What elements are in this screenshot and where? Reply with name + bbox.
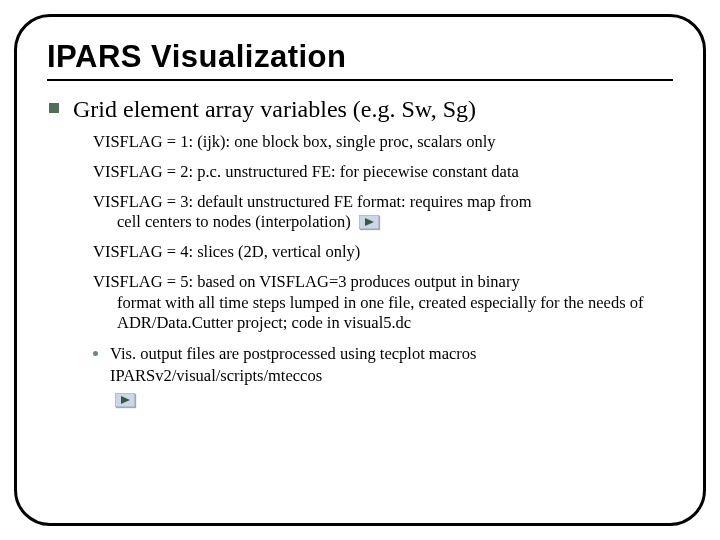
sub-bullet-text: Vis. output files are postprocessed usin…	[110, 343, 477, 388]
item-continuation: cell centers to nodes (interpolation)	[93, 212, 663, 232]
main-bullet-text: Grid element array variables (e.g. Sw, S…	[73, 95, 476, 124]
sub-bullet-row: Vis. output files are postprocessed usin…	[47, 343, 673, 388]
slide-frame: IPARS Visualization Grid element array v…	[14, 14, 706, 526]
item-text: VISFLAG = 3: default unstructured FE for…	[93, 192, 532, 211]
list-item: VISFLAG = 3: default unstructured FE for…	[93, 192, 663, 232]
main-bullet-row: Grid element array variables (e.g. Sw, S…	[47, 95, 673, 124]
slide-title: IPARS Visualization	[47, 39, 673, 75]
play-arrow-icon[interactable]	[115, 393, 135, 407]
square-bullet-icon	[49, 103, 59, 113]
list-item: VISFLAG = 2: p.c. unstructured FE: for p…	[93, 162, 663, 182]
item-text: VISFLAG = 1: (ijk): one block box, singl…	[93, 132, 496, 151]
title-underline	[47, 79, 673, 81]
item-text: VISFLAG = 4: slices (2D, vertical only)	[93, 242, 360, 261]
item-text: VISFLAG = 2: p.c. unstructured FE: for p…	[93, 162, 519, 181]
item-text: VISFLAG = 5: based on VISFLAG=3 produces…	[93, 272, 520, 291]
list-item: VISFLAG = 5: based on VISFLAG=3 produces…	[93, 272, 663, 332]
list-item: VISFLAG = 4: slices (2D, vertical only)	[93, 242, 663, 262]
dot-bullet-icon	[93, 351, 98, 356]
visflag-list: VISFLAG = 1: (ijk): one block box, singl…	[47, 132, 673, 333]
list-item: VISFLAG = 1: (ijk): one block box, singl…	[93, 132, 663, 152]
sub-line-1: Vis. output files are postprocessed usin…	[110, 343, 477, 365]
item-continuation: format with all time steps lumped in one…	[93, 293, 663, 333]
trailing-arrow-block	[47, 391, 673, 409]
sub-line-2: IPARSv2/visual/scripts/mteccos	[110, 365, 477, 387]
play-arrow-icon[interactable]	[359, 215, 379, 229]
